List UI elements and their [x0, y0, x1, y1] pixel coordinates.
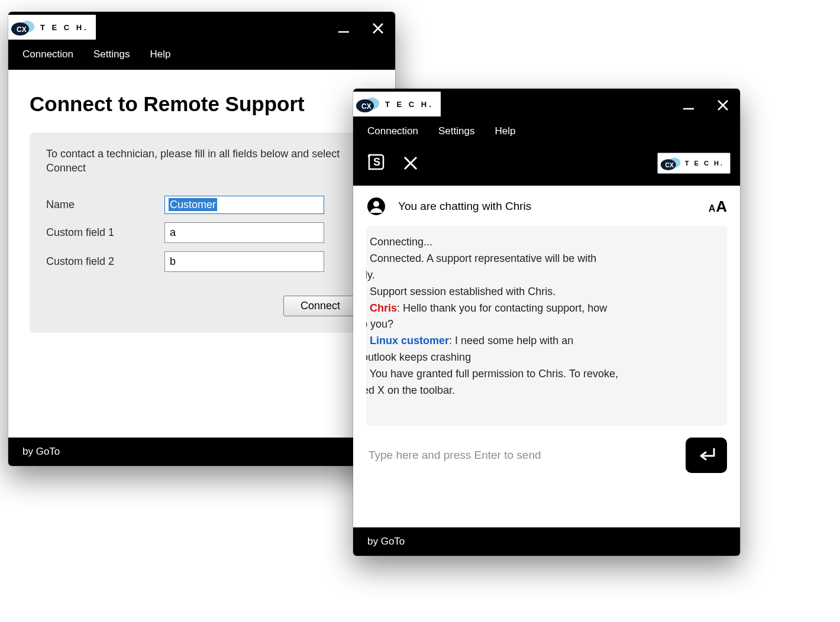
svg-point-13: [373, 201, 379, 207]
menu-help[interactable]: Help: [495, 125, 515, 137]
minimize-icon: [681, 98, 696, 113]
page-title: Connect to Remote Support: [30, 92, 374, 116]
cf2-field[interactable]: [164, 251, 324, 272]
minimize-icon: [336, 21, 351, 36]
chat-entry: 2 AM Chris: Hello thank you for contacti…: [366, 300, 716, 317]
footer: by GoTo: [353, 527, 740, 556]
brand-text: T E C H.: [40, 23, 89, 32]
chat-session-icon: S: [366, 153, 386, 173]
minimize-button[interactable]: [335, 20, 353, 37]
chat-entry-continuation: ate, outlook keeps crashing: [366, 349, 716, 366]
form-instruction: To contact a technician, please fill in …: [46, 147, 357, 176]
menu-settings[interactable]: Settings: [93, 48, 130, 60]
cf1-label: Custom field 1: [46, 226, 164, 239]
close-button[interactable]: [714, 96, 732, 114]
chat-entry: 2 AM Connected. A support representative…: [366, 251, 716, 267]
svg-text:S: S: [373, 156, 380, 168]
minimize-button[interactable]: [680, 96, 697, 114]
svg-text:CX: CX: [665, 162, 673, 169]
close-icon: [402, 154, 419, 172]
menubar: Connection Settings Help: [353, 119, 740, 147]
brand-chip: CX T E C H.: [657, 153, 731, 174]
svg-text:CX: CX: [17, 25, 27, 34]
chat-toolbar: S CX T E C H.: [353, 147, 740, 186]
chat-title: You are chatting with Chris: [398, 200, 531, 213]
titlebar: CX T E C H. Connection Settings Help: [8, 12, 395, 70]
enter-icon: [696, 446, 716, 464]
agent-avatar-icon: [366, 196, 386, 216]
menu-settings[interactable]: Settings: [438, 125, 474, 137]
chat-entry: 2 AM Support session established with Ch…: [366, 284, 716, 300]
font-size-button[interactable]: AA: [709, 197, 727, 216]
form-panel: To contact a technician, please fill in …: [30, 132, 374, 333]
close-icon: [715, 98, 731, 113]
brand-logo: CX T E C H.: [8, 15, 96, 40]
name-label: Name: [46, 199, 164, 211]
brand-text: T E C H.: [685, 160, 724, 167]
brand-logo: CX T E C H.: [353, 92, 441, 116]
chat-entry-continuation: I help you?: [366, 316, 716, 333]
chat-entry: 3 AM Linux customer: I need some help wi…: [366, 333, 716, 349]
close-icon: [370, 21, 386, 36]
footer: by GoTo: [8, 438, 395, 466]
menu-connection[interactable]: Connection: [22, 48, 73, 60]
chat-entry: 2 AM Connecting...: [366, 234, 716, 251]
svg-text:CX: CX: [361, 102, 371, 111]
cloud-logo-icon: CX: [660, 156, 681, 171]
send-button[interactable]: [686, 438, 727, 473]
chat-entry: 3 AM You have granted full permission to…: [366, 366, 716, 383]
cloud-logo-icon: CX: [356, 95, 380, 113]
connect-window: CX T E C H. Connection Settings Help Con…: [8, 12, 395, 466]
chat-log: 2 AM Connecting...2 AM Connected. A supp…: [366, 226, 727, 426]
chat-input[interactable]: [366, 438, 677, 473]
chat-window: CX T E C H. Connection Settings Help: [353, 89, 740, 556]
chat-entry-continuation: shortly.: [366, 267, 716, 284]
close-button[interactable]: [369, 20, 387, 37]
menubar: Connection Settings Help: [8, 43, 395, 70]
chat-entry-continuation: the red X on the toolbar.: [366, 383, 716, 399]
menu-help[interactable]: Help: [150, 48, 170, 60]
name-field[interactable]: Customer: [164, 196, 324, 214]
cf2-label: Custom field 2: [46, 255, 164, 268]
titlebar: CX T E C H. Connection Settings Help: [353, 89, 740, 186]
cloud-logo-icon: CX: [11, 18, 35, 36]
chat-close-button[interactable]: [402, 154, 419, 172]
menu-connection[interactable]: Connection: [367, 125, 418, 137]
connect-button[interactable]: Connect: [283, 296, 357, 316]
brand-text: T E C H.: [385, 100, 434, 109]
cf1-field[interactable]: [164, 222, 324, 243]
name-value: Customer: [169, 198, 217, 211]
